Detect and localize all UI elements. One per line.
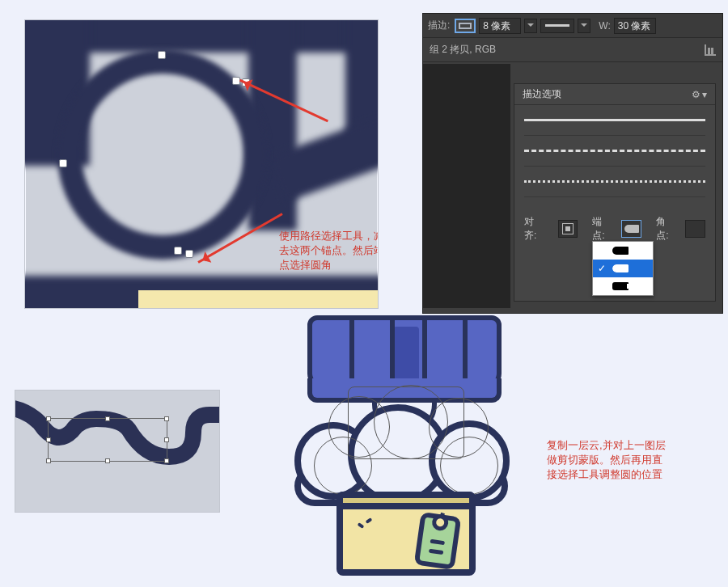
transform-handle[interactable] — [164, 458, 169, 463]
stroke-options-title: 描边选项 — [523, 87, 561, 101]
cap-option-butt[interactable] — [593, 242, 653, 260]
anchor-point — [59, 159, 67, 167]
dock-icon[interactable] — [705, 44, 716, 56]
align-select[interactable] — [558, 220, 578, 238]
cap-dropdown: ✓ — [592, 241, 654, 296]
dropdown-icon[interactable] — [578, 19, 590, 33]
balloon-box-illustration — [270, 315, 540, 582]
width-input[interactable]: 30 像素 — [614, 18, 656, 34]
cap-option-round[interactable]: ✓ — [593, 260, 653, 277]
sparkle-icon — [358, 519, 374, 532]
transform-handle[interactable] — [46, 416, 51, 421]
gear-icon[interactable] — [692, 89, 707, 100]
stroke-swatch[interactable] — [455, 19, 476, 33]
annotation-text: 使用路径选择工具，减去这两个锚点。然后端点选择圆角 — [279, 229, 379, 272]
transform-handle[interactable] — [46, 458, 51, 463]
transform-handle[interactable] — [164, 437, 169, 442]
corner-select[interactable] — [685, 220, 705, 238]
cardboard-box — [336, 492, 476, 576]
dropdown-icon[interactable] — [524, 19, 537, 33]
stroke-label: 描边: — [428, 19, 450, 32]
anchor-point — [174, 247, 182, 255]
annotation-text: 复制一层云,并对上一图层做剪切蒙版。然后再用直接选择工具调整圆的位置 — [547, 438, 668, 482]
panel-circle-detail: 使用路径选择工具，减去这两个锚点。然后端点选择圆角 — [24, 19, 379, 309]
ps-stroke-panel: 描边: 8 像素 W: 30 像素 组 2 拷贝, RGB 200 描边选项 对… — [422, 13, 723, 314]
anchor-point — [158, 51, 166, 59]
transform-handle[interactable] — [105, 416, 110, 421]
corner-label: 角点: — [656, 215, 671, 243]
doc-tab-row: 组 2 拷贝, RGB — [423, 38, 722, 62]
stroke-style-dashed[interactable] — [524, 136, 705, 167]
width-label: W: — [599, 20, 610, 32]
selection-bounding-box — [48, 418, 167, 462]
stroke-attr-row: 对齐: 端点: 角点: — [514, 218, 715, 239]
cap-select[interactable] — [621, 220, 641, 238]
construction-circle — [440, 437, 498, 495]
anchor-point — [185, 250, 193, 258]
stroke-options-popover: 描边选项 对齐: 端点: 角点: ✓ — [514, 83, 716, 302]
transform-handle[interactable] — [46, 437, 51, 442]
stroke-style-solid[interactable] — [524, 105, 705, 136]
canopy-shadow — [393, 327, 419, 386]
cap-label: 端点: — [592, 215, 607, 243]
balloon-canopy — [307, 315, 502, 388]
canvas-area — [423, 64, 510, 308]
stroke-style-preview[interactable] — [540, 19, 574, 33]
box-flap — [336, 492, 476, 509]
transform-handle[interactable] — [105, 458, 110, 463]
options-bar: 描边: 8 像素 W: 30 像素 — [423, 14, 722, 38]
construction-circle — [314, 437, 372, 495]
yellow-strip — [138, 285, 379, 309]
doc-tab-label[interactable]: 组 2 拷贝, RGB — [430, 43, 496, 57]
transform-handle[interactable] — [164, 416, 169, 421]
cap-option-square[interactable] — [593, 277, 653, 295]
align-label: 对齐: — [524, 215, 544, 243]
stroke-style-dotted[interactable] — [524, 167, 705, 197]
panel-cloud-detail — [15, 390, 220, 513]
stroke-size-input[interactable]: 8 像素 — [479, 18, 521, 34]
price-tag — [414, 512, 462, 570]
